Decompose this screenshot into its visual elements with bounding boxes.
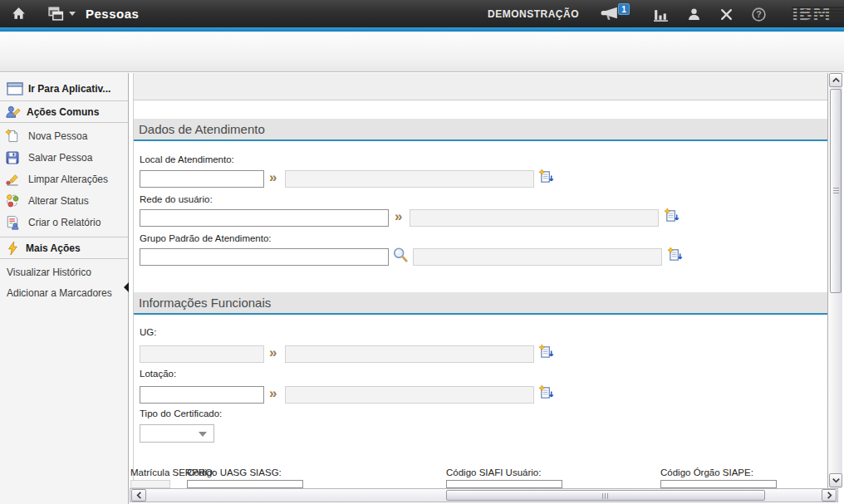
- ibm-logo: IBM: [792, 6, 844, 22]
- notification-badge: 1: [618, 3, 630, 15]
- reports-button[interactable]: [653, 8, 669, 22]
- search-icon: [392, 247, 409, 263]
- field-label-codigo-uasg: Código UASG SIASG:: [187, 467, 282, 477]
- field-label-tipo-certificado: Tipo do Certificado:: [140, 409, 222, 418]
- page-title: Pessoas: [86, 7, 139, 21]
- home-icon: [11, 6, 27, 22]
- field-label-codigo-siafi: Código SIAFI Usuário:: [446, 467, 541, 477]
- logout-button[interactable]: [719, 7, 734, 22]
- grupo-padrao-input[interactable]: [140, 248, 389, 266]
- horizontal-scroll-thumb[interactable]: [446, 490, 765, 501]
- sidebar-item-label: Adicionar a Marcadores: [7, 287, 112, 299]
- save-icon: [5, 150, 20, 165]
- local-detail-menu-button[interactable]: [538, 169, 554, 184]
- scroll-thumb-grip: [602, 493, 610, 499]
- scroll-right-button[interactable]: [822, 489, 837, 502]
- common-actions-icon: [5, 105, 22, 120]
- codigo-orgao-siape-input[interactable]: [660, 480, 777, 488]
- chevron-up-icon: [831, 75, 842, 86]
- grupo-detail-menu-button[interactable]: [667, 247, 683, 262]
- scroll-up-button[interactable]: [829, 73, 842, 87]
- vertical-scroll-thumb[interactable]: [830, 89, 842, 293]
- field-label-rede: Rede do usuário:: [140, 194, 213, 204]
- sidebar-item-visualizar-historico[interactable]: Visualizar Histórico: [0, 263, 128, 281]
- ug-input: [140, 345, 264, 363]
- sidebar-item-adicionar-marcadores[interactable]: Adicionar a Marcadores: [0, 284, 128, 302]
- field-label-ug: UG:: [140, 327, 156, 337]
- profile-button[interactable]: [687, 7, 701, 22]
- chevrons-icon: »: [269, 345, 277, 361]
- sidebar-item-label: Visualizar Histórico: [7, 267, 91, 278]
- sidebar-item-limpar-alteracoes[interactable]: Limpar Alterações: [0, 169, 128, 190]
- sidebar-section-more-actions[interactable]: Mais Ações: [0, 237, 128, 258]
- tipo-certificado-select[interactable]: [140, 424, 214, 443]
- help-icon: [751, 7, 767, 22]
- create-report-icon: [5, 215, 20, 230]
- windows-icon: [47, 6, 65, 22]
- local-atendimento-description: [285, 170, 534, 188]
- detail-menu-icon: [538, 169, 554, 184]
- change-status-icon: [5, 193, 20, 208]
- toolbar: Localizar:: [0, 32, 844, 72]
- sidebar-item-label: Alterar Status: [28, 195, 89, 207]
- person-icon: [687, 7, 701, 22]
- clear-changes-icon: [5, 172, 20, 187]
- sidebar-item-label: Criar o Relatório: [28, 217, 101, 228]
- vertical-scrollbar[interactable]: [827, 73, 842, 488]
- help-button[interactable]: [751, 7, 767, 22]
- sidebar-item-salvar-pessoa[interactable]: Salvar Pessoa: [0, 147, 128, 169]
- window-app-icon: [6, 81, 24, 96]
- lotacao-description: [285, 386, 534, 404]
- close-icon: [719, 7, 734, 22]
- chevrons-icon: »: [395, 208, 402, 225]
- ug-description: [285, 345, 534, 363]
- field-label-grupo: Grupo Padrão de Atendimento:: [140, 233, 272, 243]
- lotacao-input[interactable]: [140, 386, 264, 404]
- environment-label: DEMONSTRAÇÃO: [488, 8, 579, 20]
- new-document-icon: [5, 129, 20, 144]
- chevron-down-icon: [69, 12, 76, 16]
- detail-menu-icon: [664, 208, 680, 223]
- sidebar-item-go-to-applications[interactable]: Ir Para Aplicativ...: [0, 77, 128, 100]
- scroll-left-button[interactable]: [131, 489, 146, 502]
- more-actions-title: Mais Ações: [26, 242, 81, 254]
- ug-detail-menu-button[interactable]: [538, 344, 554, 360]
- application-window: Pessoas DEMONSTRAÇÃO 1 IBM Localizar:: [0, 0, 844, 504]
- sidebar: Ir Para Aplicativ... Ações Comuns Nova P…: [0, 73, 129, 504]
- bar-chart-icon: [653, 8, 669, 22]
- rede-usuario-input[interactable]: [140, 209, 389, 227]
- local-atendimento-input[interactable]: [140, 170, 264, 188]
- chevrons-icon: »: [269, 385, 277, 402]
- rede-usuario-description: [410, 209, 659, 227]
- app-menu-button[interactable]: [47, 6, 76, 22]
- section-title: Dados de Atendimento: [139, 122, 265, 136]
- detail-menu-icon: [667, 247, 683, 262]
- sidebar-item-label: Limpar Alterações: [28, 174, 108, 185]
- rede-detail-menu-button[interactable]: [664, 208, 680, 223]
- section-title: Informações Funcionais: [139, 296, 271, 310]
- detail-menu-icon: [538, 384, 554, 400]
- detail-menu-icon: [538, 344, 554, 360]
- matricula-serpro-input: [130, 480, 170, 488]
- horizontal-scrollbar[interactable]: [130, 488, 838, 502]
- common-actions-title: Ações Comuns: [27, 106, 99, 118]
- codigo-siafi-input[interactable]: [446, 480, 562, 488]
- sidebar-item-label: Nova Pessoa: [28, 130, 87, 142]
- grupo-lookup-button[interactable]: [392, 247, 409, 263]
- sidebar-item-alterar-status[interactable]: Alterar Status: [0, 190, 128, 212]
- chevron-down-icon: [199, 432, 207, 437]
- codigo-uasg-input[interactable]: [187, 480, 303, 488]
- lotacao-detail-menu-button[interactable]: [538, 384, 554, 400]
- sidebar-item-nova-pessoa[interactable]: Nova Pessoa: [0, 125, 128, 147]
- sidebar-item-criar-relatorio[interactable]: Criar o Relatório: [0, 212, 128, 233]
- field-label-codigo-orgao-siape: Código Órgão SIAPE:: [660, 467, 753, 477]
- top-navigation-bar: Pessoas DEMONSTRAÇÃO 1 IBM: [0, 0, 844, 27]
- sidebar-item-label: Salvar Pessoa: [28, 152, 92, 164]
- scroll-down-button[interactable]: [829, 473, 842, 487]
- section-header-informacoes-funcionais: Informações Funcionais: [134, 292, 827, 315]
- chevron-down-icon: [831, 475, 842, 486]
- record-header-strip: [134, 73, 827, 100]
- sidebar-section-common-actions[interactable]: Ações Comuns: [0, 101, 128, 122]
- chevron-right-icon: [824, 490, 835, 501]
- home-button[interactable]: [11, 6, 27, 22]
